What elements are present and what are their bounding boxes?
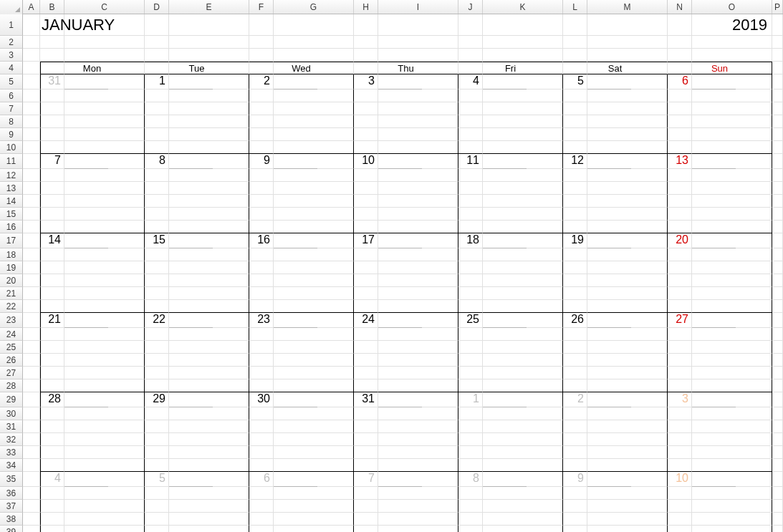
cell-E39[interactable] (169, 526, 249, 532)
cell-H15[interactable] (354, 208, 378, 221)
cell-J9[interactable] (458, 128, 483, 141)
cell-P4[interactable] (772, 62, 783, 74)
cell-C4[interactable]: Mon (64, 62, 145, 74)
cell-C23[interactable] (64, 313, 145, 328)
cell-I39[interactable] (378, 526, 458, 532)
cell-B33[interactable] (40, 446, 64, 459)
cell-O21[interactable] (692, 287, 772, 300)
cell-K15[interactable] (483, 208, 563, 221)
cell-F19[interactable] (249, 261, 274, 274)
cell-E11[interactable] (169, 154, 249, 169)
cell-D37[interactable] (145, 500, 169, 513)
row-header-36[interactable]: 36 (0, 487, 23, 500)
cell-I13[interactable] (378, 182, 458, 195)
row-header-6[interactable]: 6 (0, 90, 23, 102)
cell-O16[interactable] (692, 221, 772, 233)
cell-A26[interactable] (23, 354, 40, 367)
row-header-12[interactable]: 12 (0, 169, 23, 182)
cell-K17[interactable] (483, 233, 563, 248)
cell-I35[interactable] (378, 472, 458, 487)
cell-D34[interactable] (145, 459, 169, 472)
cell-G32[interactable] (274, 433, 354, 446)
cell-C39[interactable] (64, 526, 145, 532)
cell-C11[interactable] (64, 154, 145, 169)
cell-A24[interactable] (23, 328, 40, 341)
cell-B7[interactable] (40, 102, 64, 115)
day-number[interactable]: 7 (354, 472, 378, 487)
cell-L25[interactable] (563, 341, 587, 354)
cell-A32[interactable] (23, 433, 40, 446)
cell-P30[interactable] (772, 407, 783, 420)
cell-J20[interactable] (458, 274, 483, 287)
cell-A28[interactable] (23, 379, 40, 392)
cell-E21[interactable] (169, 287, 249, 300)
cell-M23[interactable] (587, 313, 668, 328)
cell-J19[interactable] (458, 261, 483, 274)
day-number[interactable]: 9 (563, 472, 587, 487)
cell-H32[interactable] (354, 433, 378, 446)
row-header-30[interactable]: 30 (0, 407, 23, 420)
cell-L27[interactable] (563, 367, 587, 379)
cell-M14[interactable] (587, 195, 668, 208)
cell-N26[interactable] (668, 354, 692, 367)
day-number[interactable]: 17 (354, 233, 378, 248)
row-header-35[interactable]: 35 (0, 472, 23, 487)
cell-K16[interactable] (483, 221, 563, 233)
cell-I12[interactable] (378, 169, 458, 182)
cell-K5[interactable] (483, 74, 563, 90)
cell-A34[interactable] (23, 459, 40, 472)
day-number[interactable]: 1 (458, 392, 483, 407)
cell-B2[interactable] (40, 36, 64, 49)
cell-M30[interactable] (587, 407, 668, 420)
cell-C32[interactable] (64, 433, 145, 446)
row-header-18[interactable]: 18 (0, 248, 23, 261)
cell-I8[interactable] (378, 115, 458, 128)
day-number[interactable]: 23 (249, 313, 274, 328)
cell-A7[interactable] (23, 102, 40, 115)
cell-L7[interactable] (563, 102, 587, 115)
cell-O8[interactable] (692, 115, 772, 128)
day-number[interactable]: 19 (563, 233, 587, 248)
day-number[interactable]: 29 (145, 392, 169, 407)
cell-K29[interactable] (483, 392, 563, 407)
cell-C10[interactable] (64, 141, 145, 154)
cell-A12[interactable] (23, 169, 40, 182)
cell-G5[interactable] (274, 74, 354, 90)
cell-I27[interactable] (378, 367, 458, 379)
cell-B12[interactable] (40, 169, 64, 182)
cell-N16[interactable] (668, 221, 692, 233)
day-number[interactable]: 20 (668, 233, 692, 248)
cell-D2[interactable] (145, 36, 169, 49)
cell-G13[interactable] (274, 182, 354, 195)
cell-O33[interactable] (692, 446, 772, 459)
cell-P5[interactable] (772, 74, 783, 90)
col-header-A[interactable]: A (23, 0, 40, 14)
cell-C30[interactable] (64, 407, 145, 420)
cell-F21[interactable] (249, 287, 274, 300)
row-header-29[interactable]: 29 (0, 392, 23, 407)
cell-J36[interactable] (458, 487, 483, 500)
cell-E15[interactable] (169, 208, 249, 221)
cell-L1[interactable] (563, 14, 587, 36)
cell-A31[interactable] (23, 420, 40, 433)
cell-E7[interactable] (169, 102, 249, 115)
cell-K31[interactable] (483, 420, 563, 433)
cell-M34[interactable] (587, 459, 668, 472)
cell-J33[interactable] (458, 446, 483, 459)
day-number[interactable]: 5 (563, 74, 587, 90)
cell-G28[interactable] (274, 379, 354, 392)
cell-P10[interactable] (772, 141, 783, 154)
cell-D10[interactable] (145, 141, 169, 154)
cell-L24[interactable] (563, 328, 587, 341)
cell-M7[interactable] (587, 102, 668, 115)
cell-J30[interactable] (458, 407, 483, 420)
cell-C21[interactable] (64, 287, 145, 300)
day-number[interactable]: 12 (563, 154, 587, 169)
cell-M4[interactable]: Sat (587, 62, 668, 74)
cell-L12[interactable] (563, 169, 587, 182)
cell-H28[interactable] (354, 379, 378, 392)
cell-C25[interactable] (64, 341, 145, 354)
cell-D33[interactable] (145, 446, 169, 459)
cell-H18[interactable] (354, 248, 378, 261)
cell-G20[interactable] (274, 274, 354, 287)
